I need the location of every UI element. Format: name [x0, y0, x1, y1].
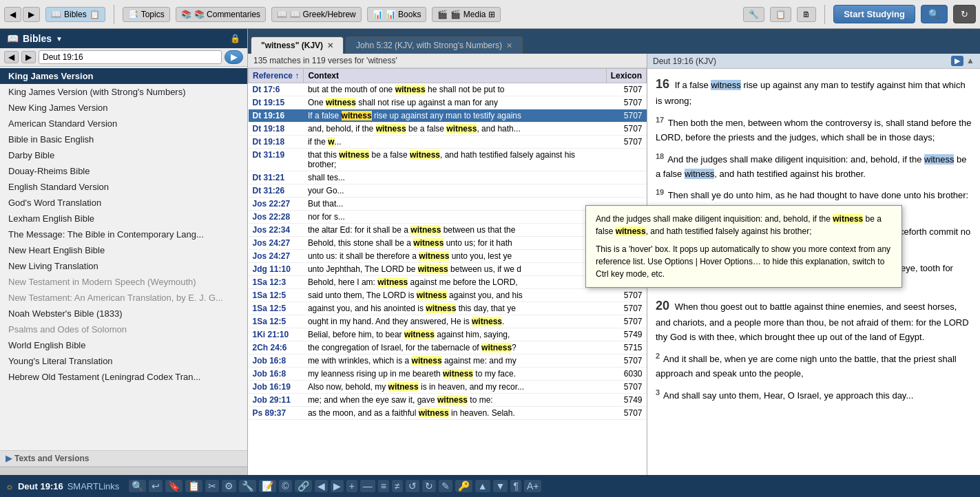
bottom-tool13-icon[interactable]: —: [360, 480, 375, 492]
sidebar-dropdown-arrow[interactable]: ▼: [56, 35, 63, 43]
bible-list-item-18[interactable]: Young's Literal Translation: [0, 353, 247, 369]
sidebar-scrollbar[interactable]: [0, 467, 247, 475]
commentaries-nav-button[interactable]: 📚 📚 Commentaries: [176, 7, 266, 22]
topics-nav-button[interactable]: 📑 Topics: [123, 7, 170, 22]
tab-close-1[interactable]: ✕: [506, 41, 512, 50]
bible-list-item-3[interactable]: American Standard Version: [0, 116, 247, 131]
result-ref-9: Jos 22:28: [249, 211, 304, 224]
books-nav-button[interactable]: 📊 📊 Books: [367, 7, 427, 22]
bottom-tool4-icon[interactable]: ✂: [205, 480, 219, 492]
bible-list-item-1[interactable]: King James Version (with Strong's Number…: [0, 84, 247, 100]
nav-forward-button[interactable]: ▶: [23, 7, 40, 22]
sidebar-back-button[interactable]: ◀: [4, 51, 19, 63]
bible-list-item-8[interactable]: God's Word Translation: [0, 195, 247, 211]
bible-list-item-13[interactable]: New Testament in Modern Speech (Weymouth…: [0, 274, 247, 290]
result-context-0: but at the mouth of one witness he shall…: [304, 83, 606, 96]
bottom-tool8-icon[interactable]: ©: [279, 480, 291, 492]
search-result-row-15[interactable]: 1Sa 12:5said unto them, The LORD is witn…: [249, 289, 647, 302]
search-result-row-0[interactable]: Dt 17:6but at the mouth of one witness h…: [249, 83, 647, 96]
col-context[interactable]: Context: [304, 69, 606, 83]
search-result-row-4[interactable]: Dt 19:18if the w...5707: [249, 136, 647, 149]
result-lexicon-6: [606, 171, 646, 184]
bottom-font-size[interactable]: A+: [524, 480, 542, 492]
layout-button[interactable]: 📋: [770, 7, 791, 22]
tab-1[interactable]: John 5:32 (KJV, with Strong's Numbers)✕: [346, 36, 523, 54]
bottom-tool18-icon[interactable]: ✎: [439, 480, 452, 492]
search-result-row-18[interactable]: 1Ki 21:10Belial, before him, to bear wit…: [249, 328, 647, 341]
verse-reference-input[interactable]: [39, 50, 222, 64]
bottom-tool7-icon[interactable]: 📝: [259, 480, 276, 492]
search-result-row-16[interactable]: 1Sa 12:5against you, and his anointed is…: [249, 302, 647, 315]
result-lexicon-22: 5707: [606, 381, 646, 394]
tab-close-0[interactable]: ✕: [327, 41, 333, 50]
bottom-tool1-icon[interactable]: ↩: [149, 480, 163, 492]
media-nav-button[interactable]: 🎬 🎬 Media ⊞: [432, 7, 501, 22]
bottom-tool14-icon[interactable]: ≡: [378, 480, 389, 492]
bible-list-item-19[interactable]: Hebrew Old Testament (Leningrad Codex Tr…: [0, 369, 247, 385]
bottom-tool19-icon[interactable]: 🔑: [455, 480, 472, 492]
bottom-search-icon[interactable]: 🔍: [129, 480, 146, 492]
bible-list-item-12[interactable]: New Living Translation: [0, 258, 247, 274]
bottom-tool17-icon[interactable]: ↻: [422, 480, 436, 492]
bottom-tool5-icon[interactable]: ⚙: [222, 480, 236, 492]
bottom-tool9-icon[interactable]: 🔗: [295, 480, 312, 492]
export-button[interactable]: 🗎: [797, 7, 816, 22]
bottom-tool22-icon[interactable]: ¶: [510, 480, 521, 492]
greek-hebrew-nav-button[interactable]: 📖 📖 Greek/Hebrew: [271, 7, 362, 22]
bottom-tool10-icon[interactable]: ◀: [315, 480, 328, 492]
bible-list-item-5[interactable]: Darby Bible: [0, 147, 247, 163]
bible-list-item-17[interactable]: World English Bible: [0, 337, 247, 353]
result-ref-23: Job 29:11: [249, 394, 304, 407]
result-context-5: that this witness be a false witness, an…: [304, 149, 606, 171]
tools-button[interactable]: 🔧: [743, 7, 764, 22]
bottom-tool6-icon[interactable]: 🔧: [239, 480, 256, 492]
bottom-tool3-icon[interactable]: 📋: [185, 480, 202, 492]
bible-list-item-16[interactable]: Psalms and Odes of Solomon: [0, 321, 247, 337]
bible-list-item-7[interactable]: English Standard Version: [0, 179, 247, 195]
bible-list-item-6[interactable]: Douay-Rheims Bible: [0, 163, 247, 179]
bible-list-item-14[interactable]: New Testament: An American Translation, …: [0, 290, 247, 306]
search-result-row-1[interactable]: Dt 19:15One witness shall not rise up ag…: [249, 96, 647, 109]
bottom-tool15-icon[interactable]: ≠: [392, 480, 403, 492]
bottom-tool11-icon[interactable]: ▶: [331, 480, 344, 492]
bible-panel-expand[interactable]: ▶: [951, 56, 963, 66]
tab-0[interactable]: "witness" (KJV)✕: [251, 36, 344, 54]
search-result-row-24[interactable]: Ps 89:37as the moon, and as a faithful w…: [249, 407, 647, 420]
bible-list-item-2[interactable]: New King James Version: [0, 100, 247, 116]
bottom-tool20-icon[interactable]: ▲: [475, 480, 490, 492]
bibles-nav-button[interactable]: 📖 Bibles 📋: [45, 7, 105, 22]
col-reference[interactable]: Reference ↑: [249, 69, 304, 83]
sidebar-forward-button[interactable]: ▶: [21, 51, 36, 63]
search-result-row-17[interactable]: 1Sa 12:5ought in my hand. And they answe…: [249, 315, 647, 328]
bible-list-item-15[interactable]: Noah Webster's Bible (1833): [0, 306, 247, 321]
col-lexicon[interactable]: Lexicon: [606, 69, 646, 83]
bottom-tool2-icon[interactable]: 🔖: [165, 480, 183, 492]
bible-list-item-9[interactable]: Lexham English Bible: [0, 211, 247, 226]
search-result-row-23[interactable]: Job 29:11me; and when the eye saw it, ga…: [249, 394, 647, 407]
bible-panel-scrollbar-top[interactable]: ▲: [966, 56, 974, 66]
bottom-tool12-icon[interactable]: +: [346, 480, 357, 492]
search-result-row-5[interactable]: Dt 31:19that this witness be a false wit…: [249, 149, 647, 171]
refresh-button[interactable]: ↻: [953, 5, 976, 23]
search-result-row-20[interactable]: Job 16:8me with wrinkles, which is a wit…: [249, 355, 647, 368]
bible-list-item-10[interactable]: The Message: The Bible in Contemporary L…: [0, 226, 247, 242]
sidebar-go-button[interactable]: ▶: [225, 50, 243, 64]
search-result-row-3[interactable]: Dt 19:18and, behold, if the witness be a…: [249, 123, 647, 136]
bible-list-item-4[interactable]: Bible in Basic English: [0, 131, 247, 147]
bottom-tool16-icon[interactable]: ↺: [406, 480, 419, 492]
sidebar-lock-icon[interactable]: 🔒: [230, 34, 240, 43]
search-button[interactable]: 🔍: [921, 5, 948, 23]
bible-list-item-11[interactable]: New Heart English Bible: [0, 242, 247, 258]
expand-icon[interactable]: ▶: [6, 454, 12, 463]
bible-list-item-0[interactable]: King James Version: [0, 68, 247, 84]
nav-back-button[interactable]: ◀: [4, 7, 21, 22]
start-studying-button[interactable]: Start Studying: [833, 5, 915, 23]
search-result-row-22[interactable]: Job 16:19Also now, behold, my witness is…: [249, 381, 647, 394]
search-result-row-21[interactable]: Job 16:8my leanness rising up in me bear…: [249, 368, 647, 381]
search-result-row-6[interactable]: Dt 31:21shall tes...: [249, 171, 647, 184]
texts-versions-header[interactable]: ▶ Texts and Versions: [0, 450, 247, 467]
search-result-row-2[interactable]: Dt 19:16If a false witness rise up again…: [249, 109, 647, 123]
bottom-tool21-icon[interactable]: ▼: [493, 480, 508, 492]
search-result-row-19[interactable]: 2Ch 24:6the congregation of Israel, for …: [249, 341, 647, 355]
search-result-row-7[interactable]: Dt 31:26your Go...: [249, 184, 647, 198]
